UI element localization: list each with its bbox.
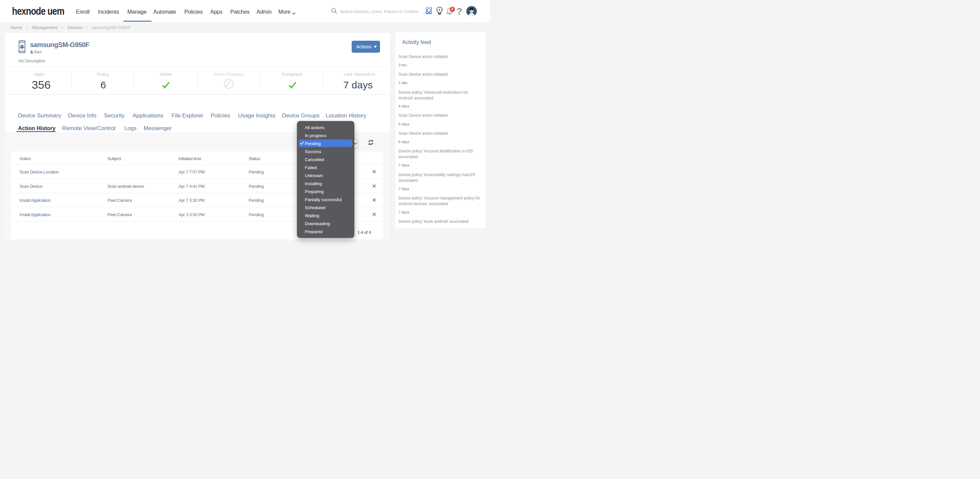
svg-text:8: 8 <box>451 7 453 11</box>
